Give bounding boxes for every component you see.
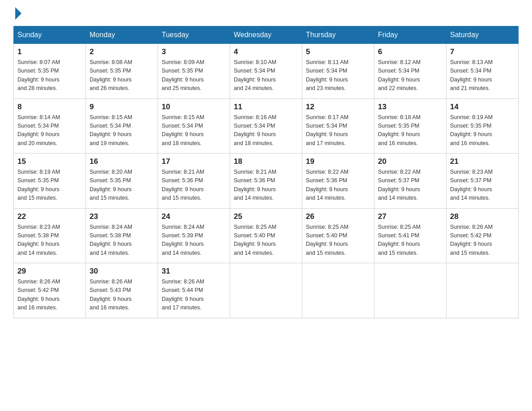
day-info: Sunrise: 8:21 AMSunset: 5:36 PMDaylight:… <box>162 168 226 203</box>
calendar-cell: 30Sunrise: 8:26 AMSunset: 5:43 PMDayligh… <box>86 263 158 318</box>
logo <box>13 9 21 18</box>
calendar-cell: 17Sunrise: 8:21 AMSunset: 5:36 PMDayligh… <box>158 154 230 209</box>
calendar-cell: 21Sunrise: 8:23 AMSunset: 5:37 PMDayligh… <box>446 154 519 209</box>
day-info: Sunrise: 8:07 AMSunset: 5:35 PMDaylight:… <box>17 58 82 93</box>
day-number: 15 <box>17 157 82 166</box>
calendar-cell: 24Sunrise: 8:24 AMSunset: 5:39 PMDayligh… <box>158 208 230 263</box>
day-number: 18 <box>234 157 298 166</box>
day-info: Sunrise: 8:08 AMSunset: 5:35 PMDaylight:… <box>90 58 154 93</box>
day-number: 24 <box>162 212 226 221</box>
calendar-cell <box>302 263 374 318</box>
calendar-cell: 31Sunrise: 8:26 AMSunset: 5:44 PMDayligh… <box>158 263 230 318</box>
calendar-cell: 5Sunrise: 8:11 AMSunset: 5:34 PMDaylight… <box>302 44 374 99</box>
header-wednesday: Wednesday <box>230 26 302 44</box>
calendar-week-row: 1Sunrise: 8:07 AMSunset: 5:35 PMDaylight… <box>14 44 519 99</box>
calendar-cell: 14Sunrise: 8:19 AMSunset: 5:35 PMDayligh… <box>446 98 519 154</box>
calendar-header: SundayMondayTuesdayWednesdayThursdayFrid… <box>14 26 519 44</box>
day-number: 14 <box>450 103 515 111</box>
day-info: Sunrise: 8:15 AMSunset: 5:34 PMDaylight:… <box>162 113 226 148</box>
day-info: Sunrise: 8:18 AMSunset: 5:35 PMDaylight:… <box>378 113 442 148</box>
calendar-cell: 18Sunrise: 8:21 AMSunset: 5:36 PMDayligh… <box>230 154 302 209</box>
day-number: 2 <box>90 47 154 56</box>
calendar-cell <box>446 263 519 318</box>
day-info: Sunrise: 8:16 AMSunset: 5:34 PMDaylight:… <box>234 113 298 148</box>
day-info: Sunrise: 8:14 AMSunset: 5:34 PMDaylight:… <box>17 113 82 148</box>
day-number: 9 <box>90 103 154 111</box>
calendar-cell: 1Sunrise: 8:07 AMSunset: 5:35 PMDaylight… <box>14 44 86 99</box>
day-info: Sunrise: 8:26 AMSunset: 5:44 PMDaylight:… <box>162 278 226 313</box>
day-number: 16 <box>90 157 154 166</box>
day-info: Sunrise: 8:22 AMSunset: 5:36 PMDaylight:… <box>306 168 370 203</box>
calendar-cell: 9Sunrise: 8:15 AMSunset: 5:34 PMDaylight… <box>86 98 158 154</box>
calendar-cell: 7Sunrise: 8:13 AMSunset: 5:34 PMDaylight… <box>446 44 519 99</box>
day-info: Sunrise: 8:25 AMSunset: 5:40 PMDaylight:… <box>306 223 370 258</box>
calendar-cell: 8Sunrise: 8:14 AMSunset: 5:34 PMDaylight… <box>14 98 86 154</box>
day-info: Sunrise: 8:17 AMSunset: 5:34 PMDaylight:… <box>306 113 370 148</box>
header-tuesday: Tuesday <box>158 26 230 44</box>
day-number: 30 <box>90 267 154 276</box>
day-info: Sunrise: 8:26 AMSunset: 5:43 PMDaylight:… <box>90 278 154 313</box>
day-info: Sunrise: 8:11 AMSunset: 5:34 PMDaylight:… <box>306 58 370 93</box>
header-saturday: Saturday <box>446 26 519 44</box>
day-info: Sunrise: 8:24 AMSunset: 5:39 PMDaylight:… <box>162 223 226 258</box>
calendar-week-row: 15Sunrise: 8:19 AMSunset: 5:35 PMDayligh… <box>14 154 519 209</box>
day-info: Sunrise: 8:25 AMSunset: 5:41 PMDaylight:… <box>378 223 442 258</box>
header-thursday: Thursday <box>302 26 374 44</box>
day-info: Sunrise: 8:19 AMSunset: 5:35 PMDaylight:… <box>17 168 82 203</box>
day-info: Sunrise: 8:23 AMSunset: 5:37 PMDaylight:… <box>450 168 515 203</box>
day-number: 12 <box>306 103 370 111</box>
calendar-cell: 3Sunrise: 8:09 AMSunset: 5:35 PMDaylight… <box>158 44 230 99</box>
day-info: Sunrise: 8:25 AMSunset: 5:40 PMDaylight:… <box>234 223 298 258</box>
day-info: Sunrise: 8:19 AMSunset: 5:35 PMDaylight:… <box>450 113 515 148</box>
day-number: 19 <box>306 157 370 166</box>
calendar-cell: 4Sunrise: 8:10 AMSunset: 5:34 PMDaylight… <box>230 44 302 99</box>
calendar-table: SundayMondayTuesdayWednesdayThursdayFrid… <box>13 26 519 318</box>
day-number: 5 <box>306 47 370 56</box>
day-number: 17 <box>162 157 226 166</box>
day-info: Sunrise: 8:13 AMSunset: 5:34 PMDaylight:… <box>450 58 515 93</box>
day-info: Sunrise: 8:12 AMSunset: 5:34 PMDaylight:… <box>378 58 442 93</box>
calendar-body: 1Sunrise: 8:07 AMSunset: 5:35 PMDaylight… <box>14 44 519 318</box>
day-info: Sunrise: 8:20 AMSunset: 5:35 PMDaylight:… <box>90 168 154 203</box>
day-info: Sunrise: 8:24 AMSunset: 5:38 PMDaylight:… <box>90 223 154 258</box>
calendar-cell: 16Sunrise: 8:20 AMSunset: 5:35 PMDayligh… <box>86 154 158 209</box>
calendar-cell: 28Sunrise: 8:26 AMSunset: 5:42 PMDayligh… <box>446 208 519 263</box>
day-number: 10 <box>162 103 226 111</box>
day-number: 6 <box>378 47 442 56</box>
day-info: Sunrise: 8:09 AMSunset: 5:35 PMDaylight:… <box>162 58 226 93</box>
header-sunday: Sunday <box>14 26 86 44</box>
day-number: 13 <box>378 103 442 111</box>
day-number: 8 <box>17 103 82 111</box>
day-number: 22 <box>17 212 82 221</box>
header-friday: Friday <box>374 26 446 44</box>
day-info: Sunrise: 8:15 AMSunset: 5:34 PMDaylight:… <box>90 113 154 148</box>
calendar-cell: 27Sunrise: 8:25 AMSunset: 5:41 PMDayligh… <box>374 208 446 263</box>
day-info: Sunrise: 8:21 AMSunset: 5:36 PMDaylight:… <box>234 168 298 203</box>
calendar-cell <box>374 263 446 318</box>
calendar-cell: 23Sunrise: 8:24 AMSunset: 5:38 PMDayligh… <box>86 208 158 263</box>
day-number: 7 <box>450 47 515 56</box>
calendar-cell: 22Sunrise: 8:23 AMSunset: 5:38 PMDayligh… <box>14 208 86 263</box>
calendar-cell: 20Sunrise: 8:22 AMSunset: 5:37 PMDayligh… <box>374 154 446 209</box>
calendar-cell: 2Sunrise: 8:08 AMSunset: 5:35 PMDaylight… <box>86 44 158 99</box>
day-number: 21 <box>450 157 515 166</box>
logo-triangle-icon <box>15 7 21 20</box>
page-header <box>13 9 519 18</box>
day-number: 20 <box>378 157 442 166</box>
day-number: 28 <box>450 212 515 221</box>
day-number: 25 <box>234 212 298 221</box>
calendar-cell: 15Sunrise: 8:19 AMSunset: 5:35 PMDayligh… <box>14 154 86 209</box>
day-number: 26 <box>306 212 370 221</box>
day-info: Sunrise: 8:10 AMSunset: 5:34 PMDaylight:… <box>234 58 298 93</box>
day-number: 27 <box>378 212 442 221</box>
calendar-week-row: 29Sunrise: 8:26 AMSunset: 5:42 PMDayligh… <box>14 263 519 318</box>
day-number: 3 <box>162 47 226 56</box>
calendar-cell: 12Sunrise: 8:17 AMSunset: 5:34 PMDayligh… <box>302 98 374 154</box>
day-info: Sunrise: 8:22 AMSunset: 5:37 PMDaylight:… <box>378 168 442 203</box>
calendar-cell <box>230 263 302 318</box>
day-number: 31 <box>162 267 226 276</box>
header-monday: Monday <box>86 26 158 44</box>
header-row: SundayMondayTuesdayWednesdayThursdayFrid… <box>14 26 519 44</box>
calendar-cell: 26Sunrise: 8:25 AMSunset: 5:40 PMDayligh… <box>302 208 374 263</box>
calendar-week-row: 22Sunrise: 8:23 AMSunset: 5:38 PMDayligh… <box>14 208 519 263</box>
